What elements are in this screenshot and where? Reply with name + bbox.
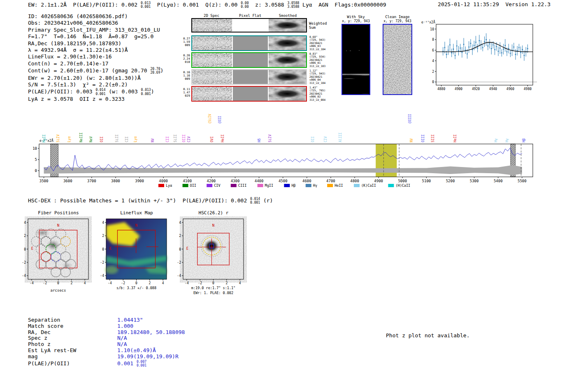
cutout-ylabels: 0.262.24010 (181, 54, 190, 64)
clean-image-panel: Clean Image x, y: 729, 943 (383, 15, 412, 95)
svg-text:(K)CaII: (K)CaII (361, 183, 376, 188)
cutout-panel-flat (233, 53, 268, 67)
svg-text:e⁻¹⁷x2Å: e⁻¹⁷x2Å (421, 20, 435, 24)
svg-text:-2: -2 (121, 281, 125, 285)
svg-text:SiIV: SiIV (268, 135, 272, 142)
svg-text:4100: 4100 (183, 179, 192, 183)
svg-text:5400: 5400 (494, 179, 503, 183)
svg-text:Lyα: Lyα (134, 136, 137, 142)
with-sky-image (341, 24, 370, 95)
match-table-row: mag19.09(19.09,19.09)R (28, 354, 185, 360)
column-title-smoothed: Smoothed (269, 14, 307, 18)
weighted-sum-strip (191, 18, 307, 32)
svg-text:Hβ: Hβ (522, 138, 526, 142)
svg-text:N: N (135, 223, 137, 227)
svg-text:SiII: SiII (174, 135, 177, 142)
cutout-annotations: 0.68"(729, 943)20230421v006_03313_LU_104 (309, 36, 338, 51)
svg-text:-4: -4 (185, 281, 189, 285)
cutout-panel-2d (192, 19, 232, 32)
svg-text:e⁻¹⁷x2Å: e⁻¹⁷x2Å (39, 138, 53, 143)
svg-text:5500: 5500 (518, 179, 527, 183)
svg-text:arcsecs: arcsecs (51, 288, 66, 292)
svg-text:4920: 4920 (472, 87, 480, 91)
svg-text:{OIII: {OIII (408, 114, 412, 124)
svg-text:N: N (212, 223, 214, 227)
svg-text:-4: -4 (22, 274, 26, 278)
cutout-panel-flat (233, 36, 268, 50)
svg-text:4800: 4800 (350, 179, 359, 183)
svg-text:0: 0 (24, 248, 26, 251)
header-timestamp-version: 2025-01-12 11:35:29 Version 1.22.3 (438, 1, 550, 7)
weighted-sum-label: Weighted Sum (309, 21, 332, 30)
cutout-row (191, 52, 307, 68)
svg-text:MgII: MgII (42, 135, 46, 142)
match-table-row: Match score1.000 (28, 323, 185, 329)
svg-text:4900: 4900 (455, 87, 462, 91)
svg-text:OII: OII (311, 136, 315, 142)
svg-text:AlIII: AlIII (339, 132, 342, 142)
info-line: LyA z = 3.0578 OII z = 0.3233 (28, 96, 163, 102)
cutout-row (191, 69, 307, 85)
match-table-row: Spec zN/A (28, 335, 185, 341)
svg-text:4980: 4980 (524, 87, 532, 91)
info-line: F=1.7" T=0.146 N̄=1.18 Ā=0.87 g=25.0 (28, 33, 163, 40)
svg-text:CIV: CIV (187, 136, 191, 142)
svg-text:2: 2 (225, 281, 228, 285)
svg-text:N: N (57, 223, 59, 227)
info-line: RA,Dec (189.182159,50.187893) (28, 40, 163, 47)
cutout-row (191, 86, 307, 102)
svg-text:-2: -2 (22, 261, 26, 264)
clean-image-title: Clean Image (383, 15, 412, 19)
lineflux-map-plot: -4-4-2-2002244NEs/b: 3.37 +/- 0.088 (96, 216, 172, 298)
cutout-panel-2d (192, 70, 232, 84)
info-line: S/N = 7.5(±1.3) χ² = 2.2(±0.2) (28, 81, 163, 88)
svg-text:-2: -2 (43, 281, 47, 285)
svg-text:10: 10 (430, 28, 434, 31)
svg-text:OIII: OIII (421, 135, 425, 142)
svg-text:Hβ: Hβ (291, 183, 295, 188)
svg-text:4940: 4940 (489, 87, 497, 91)
svg-text:Hγ: Hγ (505, 138, 509, 142)
svg-text:5000: 5000 (398, 179, 407, 183)
svg-text:4: 4 (24, 221, 26, 225)
match-table-row: P(LAE)/P(OII)0.001 0.0070.001 (28, 360, 185, 367)
svg-text:E: E (109, 246, 111, 251)
svg-text:4300: 4300 (231, 179, 240, 183)
column-title-2d-spec: 2D Spec (191, 14, 232, 18)
catalog-match-table: Separation1.04413"Match score1.000RA, De… (28, 317, 185, 367)
match-table-row: Photo zN/A (28, 341, 185, 348)
svg-text:CII: CII (166, 136, 170, 142)
svg-text:5200: 5200 (446, 179, 455, 183)
svg-text:HeII: HeII (334, 183, 343, 188)
svg-text:s/b: 3.37 +/- 0.088: s/b: 3.37 +/- 0.088 (116, 286, 156, 290)
cutout-row (191, 35, 307, 51)
svg-text:5100: 5100 (422, 179, 431, 183)
svg-text:3900: 3900 (135, 179, 144, 183)
svg-text:3500: 3500 (39, 179, 49, 183)
svg-text:4880: 4880 (437, 87, 445, 91)
svg-text:Hγ: Hγ (313, 183, 317, 188)
column-title-pixel-flat: Pixel Flat (232, 14, 268, 18)
svg-text:CIV: CIV (214, 183, 220, 188)
cutout-panel-2d (192, 36, 232, 50)
svg-text:0: 0 (57, 281, 59, 285)
cutout-panel-flat (233, 87, 268, 101)
svg-text:NV: NV (151, 138, 155, 142)
fiber-positions-plot: -4-4-2-2002244NEarcsecs (18, 216, 94, 298)
svg-text:SIII: SIII (431, 135, 435, 142)
svg-text:4960: 4960 (506, 87, 514, 91)
svg-text:HeII: HeII (221, 135, 225, 142)
header-summary: EW: 2.1±1.2Å P(LAE)/P(OII): 0.002 0.0130… (28, 1, 386, 9)
svg-text:Lyα: Lyα (166, 183, 172, 188)
cutout-annotations: 1.12"(729, 943)20230421v006_04313_LU_104 (309, 70, 338, 85)
svg-text:OVI: OVI (210, 136, 214, 142)
cutout-panel-smooth (269, 53, 306, 67)
svg-text:0: 0 (35, 169, 37, 173)
match-table-row: RA, Dec189.182480, 50.188098 (28, 329, 185, 336)
match-table-row: Separation1.04413" (28, 317, 185, 323)
svg-text:OIII: OIII (182, 135, 186, 142)
svg-text:4500: 4500 (279, 179, 288, 183)
svg-text:MgII: MgII (265, 183, 273, 188)
detection-info-block: ID: 4026580636 (4026580636.pdf)Obs: 2023… (28, 13, 163, 102)
svg-text:0: 0 (212, 281, 214, 285)
